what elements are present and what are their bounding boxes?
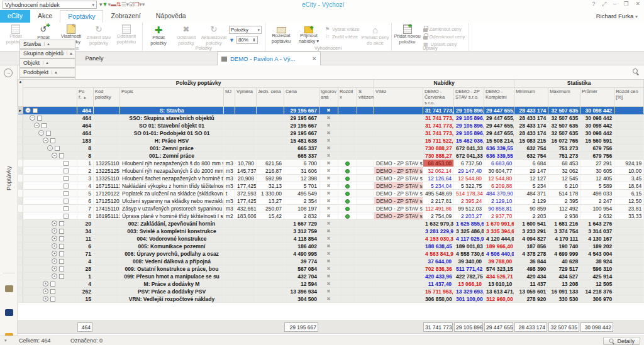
row-checkbox[interactable] (59, 244, 64, 249)
row-checkbox[interactable] (64, 161, 69, 166)
details-button[interactable]: Detaily (603, 337, 640, 345)
column-header-mj[interactable]: MJ (224, 88, 235, 107)
expand-icon[interactable]: + (52, 228, 57, 234)
ribbon-tab-npovda[interactable]: Nápověda (148, 10, 194, 23)
button-rozeslat-poptávku[interactable]: Rozeslat poptávku (267, 23, 295, 44)
qat-view-select[interactable]: Vyhodnocení nabídek ▾ (3, 1, 97, 9)
column-header-av[interactable]: Průměr (580, 88, 614, 107)
column-header-d2[interactable]: DEMO - ZP STAV s.r.o. (454, 88, 484, 107)
ignore-x-icon[interactable]: ✖ (319, 250, 338, 258)
ignore-x-icon[interactable]: ✖ (319, 273, 338, 280)
slide-icon[interactable]: ▬ (111, 1, 116, 8)
expand-icon[interactable]: + (43, 281, 48, 287)
column-header-mn[interactable]: Minimum (514, 88, 548, 107)
sort-red-icon[interactable]: ⇅ (116, 1, 121, 8)
table-row[interactable]: −183H: Práce HSV15 481 638✖15 711 522,63… (18, 137, 644, 145)
column-header-vitez[interactable]: Vítěz (374, 88, 423, 107)
ignore-x-icon[interactable]: ✖ (319, 175, 338, 182)
table-row[interactable]: +15VRN: Vedlejší rozpočtové náklady304 5… (18, 295, 644, 303)
filter-icon[interactable]: ▼ (229, 37, 235, 43)
row-checkbox[interactable] (59, 274, 64, 279)
zoom-spinner[interactable]: 80%⬍ (236, 36, 258, 44)
hierarchy-icon[interactable]: ☰ (121, 1, 126, 8)
table-row[interactable]: 2132251254Hloubení rýh nezapažených š do… (18, 167, 644, 175)
ignore-x-icon[interactable]: ✖ (319, 114, 338, 122)
column-header-kod[interactable]: Kód položky (94, 88, 120, 107)
ignore-x-icon[interactable]: ✖ (319, 167, 338, 175)
row-checkbox[interactable] (55, 146, 60, 151)
button-přijmout-nabídky-[interactable]: ✚Přijmout nabídky ▾ (295, 23, 323, 44)
table-row[interactable]: +4M: Práce a dodávky M12 594✖11 437,4013… (18, 280, 644, 288)
groupby-stavba[interactable]: Stavba▲ (19, 40, 75, 49)
help-icon[interactable]: ? (592, 1, 595, 8)
polozky-select[interactable]: Položky▾ (229, 26, 262, 34)
minimize-icon[interactable]: – (613, 1, 616, 8)
expand-icon[interactable]: + (52, 251, 57, 256)
row-checkbox[interactable] (64, 168, 69, 173)
ignore-x-icon[interactable]: ✖ (319, 182, 338, 190)
row-checkbox[interactable] (64, 183, 69, 189)
expand-icon[interactable]: + (52, 243, 57, 249)
row-checkbox[interactable] (64, 214, 69, 219)
table-row[interactable]: +6005: Komunikace pozemní186 402✖188 638… (18, 243, 644, 250)
expand-icon[interactable]: + (52, 266, 57, 271)
button-přidat-novou-položku[interactable]: ✚Přidat novou položku (394, 23, 421, 45)
column-header-svit[interactable]: S vítězem (357, 88, 374, 107)
column-header-d1[interactable]: DEMO - Červenka s.r.o. (423, 88, 454, 107)
row-checkbox[interactable] (59, 251, 64, 256)
ignore-x-icon[interactable]: ✖ (319, 227, 338, 235)
ribbon-tab-akce[interactable]: Akce (30, 10, 60, 23)
row-checkbox[interactable] (42, 123, 47, 128)
expand-icon[interactable]: + (52, 273, 57, 279)
table-row[interactable]: 5171201221Poplatek za uložení na skládce… (18, 190, 644, 197)
ignore-x-icon[interactable]: ✖ (319, 137, 338, 145)
ignore-x-icon[interactable]: ✖ (319, 288, 338, 295)
ignore-x-icon[interactable]: ✖ (319, 280, 338, 288)
column-header-vym[interactable]: Výměra (235, 88, 257, 107)
groupby-objekt[interactable]: Objekt▲ (19, 58, 75, 68)
ignore-x-icon[interactable]: ✖ (319, 122, 338, 129)
collapse-icon[interactable]: − (47, 145, 53, 151)
table-row[interactable]: 4167151111Nakládání výkopku z hornin tří… (18, 182, 644, 190)
ignore-x-icon[interactable]: ✖ (319, 220, 338, 227)
column-header-popis[interactable]: Popis (120, 88, 224, 107)
column-header-cena[interactable]: Cena (284, 88, 319, 107)
table-row[interactable]: 6171251201Uložení sypaniny na skládky ne… (18, 197, 644, 205)
ignore-x-icon[interactable]: ✖ (319, 190, 338, 197)
column-header-ign[interactable]: Ignorov aná (319, 88, 338, 107)
row-checkbox[interactable] (64, 199, 69, 204)
row-checkbox[interactable] (50, 282, 55, 287)
dropdown-icon[interactable]: ▾ (142, 1, 145, 8)
ignore-x-icon[interactable]: ✖ (319, 129, 338, 137)
column-header-jc[interactable]: Jedn. cena (257, 88, 284, 107)
table-row[interactable]: +11004: Vodorovné konstrukce4 118 854✖4 … (18, 235, 644, 243)
collapse-icon[interactable]: − (34, 123, 40, 128)
folder-icon[interactable] (5, 285, 13, 292)
table-row[interactable]: −8001.: Zemní práce665 337✖730 888,27672… (18, 152, 644, 160)
ignore-x-icon[interactable]: ✖ (319, 212, 338, 220)
ignore-x-icon[interactable]: ✖ (319, 265, 338, 273)
resize-icon[interactable]: ⤢ (602, 1, 606, 8)
column-header-mx[interactable]: Maximum (548, 88, 580, 107)
row-checkbox[interactable] (59, 153, 64, 158)
expand-icon[interactable]: + (52, 236, 57, 241)
table-row[interactable]: +4008: Vedení dálková a přípojná39 774✖3… (18, 258, 644, 265)
table-row[interactable]: +28009: Ostatní konstrukce a práce, bou5… (18, 265, 644, 273)
ribbon-tab-ecity[interactable]: eCity (0, 10, 30, 23)
ignore-x-icon[interactable]: ✖ (319, 295, 338, 303)
row-checkbox[interactable] (59, 229, 64, 234)
row-checkbox[interactable] (50, 297, 55, 302)
button-přidat-položky[interactable]: ✚Přidat položky (145, 23, 172, 46)
row-checkbox[interactable] (59, 236, 64, 241)
table-row[interactable]: −464SSO: Skupina stavebních objektů29 19… (18, 114, 644, 122)
table-row[interactable]: 1132251101Hloubení rýh nezapažených š do… (18, 160, 644, 167)
collapse-icon[interactable]: − (52, 153, 57, 158)
row-checkbox[interactable] (59, 259, 64, 264)
table-row[interactable]: 3133251102Hloubení šachet nezapažených v… (18, 175, 644, 182)
ribbon-tab-poptvky[interactable]: Poptávky (60, 10, 103, 23)
globe-icon[interactable] (5, 309, 13, 316)
row-checkbox[interactable] (46, 131, 51, 136)
column-header-rc[interactable]: Rozdíl cen [%] (614, 88, 644, 107)
collapse-icon[interactable]: − (38, 130, 44, 136)
table-row[interactable]: −8001: Zemní práce665 337✖730 888,27672 … (18, 145, 644, 152)
